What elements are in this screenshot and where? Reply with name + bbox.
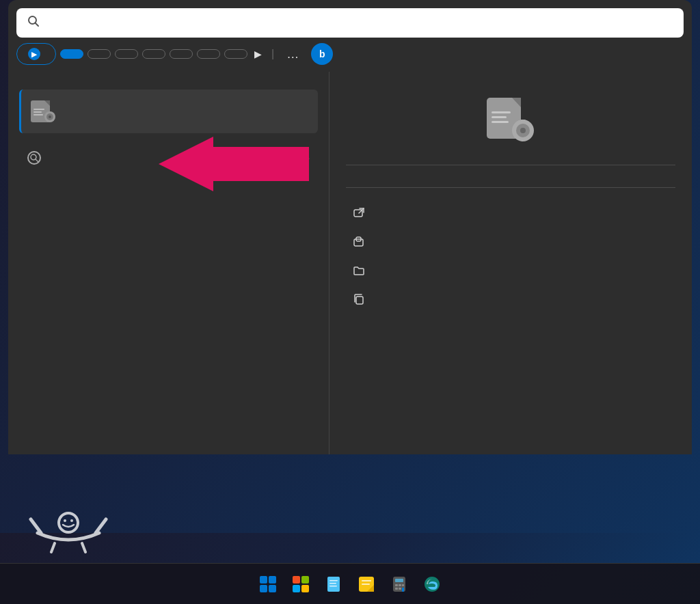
left-panel: › — [8, 72, 329, 454]
action-open[interactable] — [346, 199, 675, 228]
search-icon — [27, 15, 40, 31]
svg-point-31 — [64, 519, 66, 522]
tab-divider: | — [269, 48, 277, 60]
svg-rect-25 — [354, 239, 363, 246]
bing-icon[interactable]: b — [311, 43, 333, 65]
calculator-icon[interactable] — [386, 571, 413, 598]
svg-rect-45 — [329, 580, 338, 581]
svg-point-30 — [59, 513, 78, 532]
action-runas[interactable] — [346, 228, 675, 256]
sticky-notes-icon[interactable] — [353, 571, 380, 598]
svg-rect-40 — [293, 576, 300, 584]
store-icon[interactable] — [287, 571, 314, 598]
web-chevron-icon: › — [306, 152, 310, 163]
svg-line-1 — [36, 23, 39, 27]
copy-icon — [351, 292, 366, 307]
divider-2 — [346, 187, 675, 188]
svg-rect-47 — [329, 586, 337, 587]
svg-rect-17 — [492, 116, 507, 118]
svg-rect-55 — [399, 584, 401, 586]
svg-rect-56 — [402, 584, 404, 586]
wallpaper-footer — [0, 533, 700, 563]
start-button[interactable] — [254, 571, 282, 598]
right-panel — [329, 72, 692, 454]
search-panel: ▶ ▶ | … b — [8, 0, 692, 454]
svg-rect-27 — [356, 297, 363, 304]
notepad-icon[interactable] — [320, 571, 347, 598]
svg-rect-38 — [269, 585, 276, 592]
tab-all[interactable] — [60, 49, 83, 59]
best-match-item[interactable] — [19, 90, 318, 133]
svg-rect-4 — [33, 109, 44, 110]
edge-icon[interactable] — [418, 571, 446, 598]
svg-rect-59 — [402, 588, 404, 592]
tab-folders[interactable] — [224, 49, 247, 59]
search-bar — [16, 8, 684, 38]
tab-chat[interactable]: ▶ — [16, 43, 56, 65]
svg-line-13 — [36, 159, 38, 162]
main-content: › — [8, 72, 692, 454]
search-web-section: › — [19, 144, 318, 171]
svg-rect-50 — [362, 584, 370, 585]
open-icon — [351, 206, 366, 221]
svg-rect-5 — [33, 111, 42, 113]
svg-line-33 — [51, 543, 55, 552]
svg-rect-16 — [492, 111, 511, 113]
action-file-location[interactable] — [346, 256, 675, 285]
divider-1 — [346, 165, 675, 165]
chat-icon: ▶ — [28, 48, 40, 60]
taskbar — [0, 563, 700, 604]
tab-people[interactable] — [197, 49, 220, 59]
svg-rect-41 — [301, 576, 309, 584]
svg-rect-43 — [301, 585, 309, 592]
folder-icon — [351, 263, 366, 278]
svg-rect-54 — [395, 584, 398, 586]
app-icon-large — [483, 92, 538, 147]
svg-rect-49 — [362, 580, 371, 581]
svg-rect-36 — [269, 576, 276, 584]
more-options-button[interactable]: … — [281, 44, 304, 64]
runas-icon — [351, 234, 366, 249]
action-copy-path[interactable] — [346, 285, 675, 314]
svg-rect-57 — [395, 588, 398, 590]
wallpaper-logo — [27, 506, 109, 556]
web-search-icon — [27, 151, 41, 165]
svg-point-21 — [520, 128, 526, 133]
tab-settings[interactable] — [170, 49, 193, 59]
svg-line-34 — [82, 543, 85, 552]
svg-point-32 — [70, 519, 73, 522]
svg-rect-58 — [399, 588, 401, 590]
svg-point-9 — [49, 115, 51, 118]
tab-apps[interactable] — [88, 49, 111, 59]
svg-rect-46 — [329, 583, 336, 584]
svg-rect-22 — [520, 120, 526, 124]
more-tabs-arrow[interactable]: ▶ — [252, 46, 265, 62]
msc-file-icon-small — [29, 98, 57, 125]
svg-rect-53 — [395, 579, 403, 582]
svg-rect-35 — [260, 576, 267, 584]
svg-line-29 — [96, 519, 106, 533]
filter-tabs: ▶ ▶ | … b — [8, 43, 692, 72]
svg-rect-42 — [293, 585, 300, 592]
svg-line-24 — [359, 208, 364, 213]
svg-rect-44 — [327, 577, 340, 592]
tab-documents[interactable] — [115, 49, 138, 59]
tab-web[interactable] — [142, 49, 165, 59]
svg-line-28 — [31, 519, 41, 533]
svg-rect-6 — [33, 114, 43, 115]
web-search-item[interactable]: › — [19, 144, 318, 171]
svg-rect-18 — [492, 121, 509, 123]
svg-rect-37 — [260, 585, 267, 592]
